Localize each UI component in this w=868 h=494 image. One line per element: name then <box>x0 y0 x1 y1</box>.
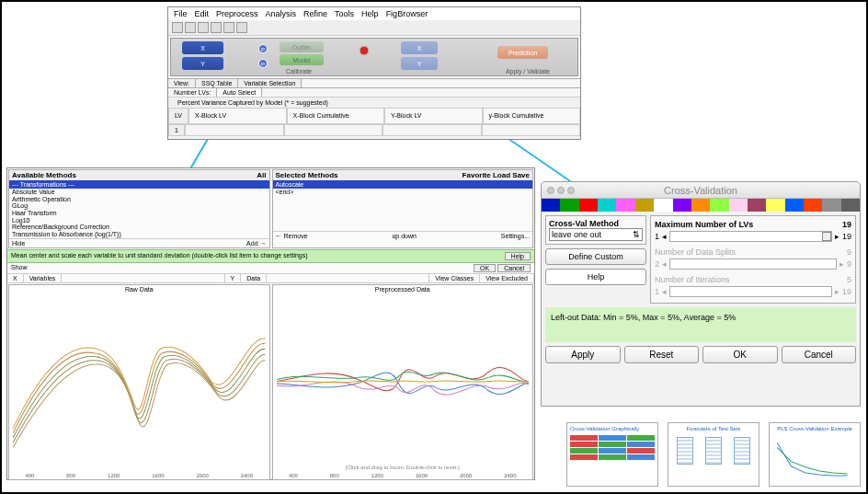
add-button[interactable]: Add → <box>246 240 266 247</box>
updown-icon: ⇅ <box>633 230 640 239</box>
splits-label: Number of Data Splits <box>655 247 736 257</box>
y-toggle[interactable]: Y <box>225 274 242 282</box>
node-y[interactable]: Y <box>182 57 223 70</box>
color-swatch[interactable] <box>748 199 766 212</box>
green-help-text: Mean center and scale each variable to u… <box>11 252 308 260</box>
maxlv-value: 19 <box>842 220 851 229</box>
toolbar-icon[interactable] <box>172 22 183 33</box>
toolbar-icon[interactable] <box>223 22 234 33</box>
color-swatch[interactable] <box>766 199 784 212</box>
p-badge-icon[interactable]: P <box>258 59 268 68</box>
cross-validation-window: Cross-Validation Cross-Val Method leave … <box>541 181 861 407</box>
lv-table-row: 1 <box>168 124 580 136</box>
view-excluded-button[interactable]: View Excluded <box>480 274 534 282</box>
color-swatch[interactable] <box>822 199 840 212</box>
node-model[interactable]: Model <box>280 54 324 65</box>
node-x2[interactable]: X <box>401 41 438 54</box>
menu-analysis[interactable]: Analysis <box>266 9 297 18</box>
help-button[interactable]: Help <box>545 269 646 285</box>
raw-data-chart[interactable]: Raw Data 4008001200160020002400 <box>8 284 270 480</box>
node-x[interactable]: X <box>182 41 223 54</box>
numlv-row: Number LVs: Auto Select <box>168 87 580 97</box>
view-classes-button[interactable]: View Classes <box>429 274 480 282</box>
preprocessed-data-chart[interactable]: Preprocessed Data [Click and drag to zoo… <box>272 284 534 480</box>
color-swatch[interactable] <box>542 199 560 212</box>
color-swatch[interactable] <box>598 199 616 212</box>
slider-left-icon[interactable]: ◂ <box>662 232 667 241</box>
load-link[interactable]: Load <box>493 171 510 179</box>
color-swatch[interactable] <box>785 199 804 212</box>
color-strip[interactable] <box>542 199 860 212</box>
node-y2[interactable]: Y <box>401 57 438 70</box>
available-item[interactable]: Transmission to Absorbance (log(1/T)) <box>9 231 269 238</box>
menu-figbrowser[interactable]: FigBrowser <box>386 9 428 18</box>
p-badge-icon[interactable]: P <box>258 44 268 53</box>
thumbnail[interactable]: PLS Cross-Validation Example <box>769 422 861 487</box>
view-varsel[interactable]: Variable Selection <box>238 79 302 87</box>
remove-button[interactable]: ← Remove <box>276 233 308 239</box>
color-swatch[interactable] <box>560 199 578 212</box>
color-swatch[interactable] <box>691 199 710 212</box>
hide-button[interactable]: Hide <box>12 240 25 247</box>
color-swatch[interactable] <box>841 199 860 212</box>
color-swatch[interactable] <box>673 199 691 212</box>
node-prediction[interactable]: Prediction <box>497 46 548 59</box>
favorite-link[interactable]: Favorite <box>463 171 491 179</box>
menu-help[interactable]: Help <box>361 9 379 18</box>
ok-button[interactable]: OK <box>474 264 496 272</box>
available-item[interactable]: Reference/Background Correction <box>9 224 269 231</box>
menu-preprocess[interactable]: Preprocess <box>216 9 258 18</box>
thumbnail[interactable]: Cross-Validation Graphically <box>566 422 658 487</box>
maxlv-slider[interactable] <box>669 231 832 242</box>
slider-right-icon[interactable]: ▸ <box>835 232 839 241</box>
color-swatch[interactable] <box>635 199 654 212</box>
col-xblock-cum: X-Block Cumulative <box>287 108 384 124</box>
available-item[interactable]: Log10 <box>9 217 269 224</box>
color-swatch[interactable] <box>579 199 598 212</box>
toolbar-icon[interactable] <box>211 22 222 33</box>
x-axis: 4008001200160020002400 <box>273 473 533 478</box>
menu-file[interactable]: File <box>174 9 188 18</box>
available-item[interactable]: Arithmetic Operation <box>9 196 269 203</box>
method-select[interactable]: leave one out⇅ <box>549 228 643 241</box>
color-swatch[interactable] <box>654 199 672 212</box>
color-swatch[interactable] <box>804 199 822 212</box>
toolbar-icon[interactable] <box>236 22 247 33</box>
available-item[interactable]: Haar Transform <box>9 210 269 217</box>
available-item[interactable]: Absolute Value <box>9 189 269 196</box>
node-outlier[interactable]: Outlier <box>280 41 324 52</box>
menu-edit[interactable]: Edit <box>195 9 210 18</box>
selected-method-row[interactable]: Autoscale <box>273 180 533 189</box>
selected-title: Selected Methods <box>276 171 338 179</box>
menu-tools[interactable]: Tools <box>335 9 354 18</box>
x-toggle[interactable]: X <box>7 274 24 282</box>
view-ssq[interactable]: SSQ Table <box>196 79 238 87</box>
apply-button[interactable]: Apply <box>545 346 621 363</box>
toolbar-icon[interactable] <box>198 22 209 33</box>
color-swatch[interactable] <box>729 199 748 212</box>
chart-title: Preprocessed Data <box>273 285 533 293</box>
toolbar-icon[interactable] <box>185 22 196 33</box>
help-button[interactable]: Help <box>505 252 531 260</box>
ok-button[interactable]: OK <box>702 346 778 363</box>
thumbnail[interactable]: Forecasts of Test Sets <box>668 422 760 487</box>
color-swatch[interactable] <box>616 199 634 212</box>
menu-refine[interactable]: Refine <box>303 9 327 18</box>
show-button[interactable]: Show <box>11 264 28 272</box>
down-button[interactable]: down <box>401 233 417 239</box>
available-item[interactable]: GLog <box>9 202 269 210</box>
available-selected-row[interactable]: --- Transformations --- <box>9 180 269 189</box>
iter-value: 5 <box>847 275 851 284</box>
all-link[interactable]: All <box>257 171 266 179</box>
chart-title: Raw Data <box>9 285 269 293</box>
save-link[interactable]: Save <box>512 171 530 179</box>
col-xblock-lv: X-Block LV <box>188 108 286 124</box>
autoselect-button[interactable]: Auto Select <box>217 88 262 97</box>
cancel-button[interactable]: Cancel <box>497 264 531 272</box>
color-swatch[interactable] <box>710 199 728 212</box>
cancel-button[interactable]: Cancel <box>782 346 857 363</box>
up-button[interactable]: up <box>392 233 399 239</box>
reset-button[interactable]: Reset <box>624 346 700 363</box>
define-custom-button[interactable]: Define Custom <box>545 248 646 265</box>
settings-button[interactable]: Settings... <box>501 233 530 239</box>
